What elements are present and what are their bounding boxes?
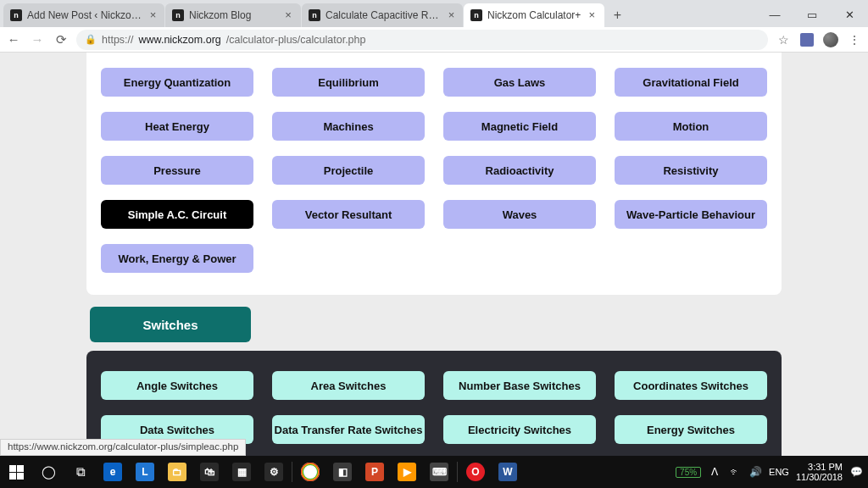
physics-button[interactable]: Waves: [443, 200, 596, 229]
network-icon[interactable]: ᯤ: [728, 466, 742, 478]
clock-time: 3:31 PM: [808, 462, 843, 472]
taskbar-app[interactable]: L: [129, 456, 161, 488]
taskbar-app-explorer[interactable]: 🗀: [161, 456, 193, 488]
forward-button[interactable]: →: [29, 31, 46, 48]
back-button[interactable]: ←: [5, 31, 22, 48]
taskbar-divider: [457, 462, 458, 482]
physics-section: Energy QuantizationEquilibriumGas LawsGr…: [86, 53, 782, 295]
address-bar[interactable]: 🔒 https://www.nickzom.org/calculator-plu…: [76, 30, 768, 50]
windows-taskbar: ◯ ⧉ e L 🗀 🛍 ▦ ⚙ ◧ P ▶ ⌨ O W 75% ᐱ ᯤ 🔊 EN…: [0, 456, 868, 488]
switch-button[interactable]: Electricity Switches: [443, 415, 596, 444]
lock-icon: 🔒: [85, 34, 97, 45]
taskbar-app-calculator[interactable]: ▦: [225, 456, 258, 488]
taskbar-app-store[interactable]: 🛍: [193, 456, 225, 488]
browser-toolbar: ← → ⟳ 🔒 https://www.nickzom.org/calculat…: [0, 27, 868, 53]
new-tab-button[interactable]: +: [605, 3, 629, 27]
physics-button[interactable]: Gas Laws: [443, 68, 596, 97]
switch-button[interactable]: Angle Switches: [101, 371, 253, 400]
clock[interactable]: 3:31 PM 11/30/2018: [796, 462, 843, 482]
taskbar-app-chrome[interactable]: [294, 456, 326, 488]
browser-menu-button[interactable]: ⋮: [846, 31, 863, 48]
physics-button-grid: Energy QuantizationEquilibriumGas LawsGr…: [86, 61, 782, 273]
close-icon[interactable]: ×: [447, 9, 456, 21]
favicon-icon: n: [172, 9, 184, 21]
url-path: /calculator-plus/calculator.php: [226, 34, 366, 46]
physics-button[interactable]: Simple A.C. Circuit: [101, 200, 253, 229]
close-icon[interactable]: ×: [586, 9, 598, 21]
action-center-icon[interactable]: 💬: [849, 466, 863, 478]
switch-button[interactable]: Data Transfer Rate Switches: [272, 415, 425, 444]
close-icon[interactable]: ×: [282, 9, 294, 21]
close-icon[interactable]: ×: [148, 9, 158, 21]
physics-button[interactable]: Wave-Particle Behaviour: [615, 200, 767, 229]
volume-icon[interactable]: 🔊: [748, 466, 762, 478]
favicon-icon: n: [309, 9, 320, 21]
close-window-button[interactable]: ✕: [831, 2, 868, 27]
status-bar: https://www.nickzom.org/calculator-plus/…: [0, 439, 246, 456]
reload-button[interactable]: ⟳: [53, 31, 70, 48]
extension-icon[interactable]: [798, 31, 815, 48]
tab-title: Nickzom Blog: [189, 9, 277, 21]
tab-title: Add New Post ‹ Nickzom Blog —: [27, 9, 143, 21]
profile-avatar[interactable]: [822, 31, 839, 48]
system-tray: 75% ᐱ ᯤ 🔊 ENG 3:31 PM 11/30/2018 💬: [676, 456, 868, 488]
browser-tab[interactable]: n Add New Post ‹ Nickzom Blog — ×: [3, 3, 164, 27]
taskbar-app[interactable]: ▶: [391, 456, 423, 488]
physics-button[interactable]: Work, Energy & Power: [101, 244, 253, 273]
switch-button[interactable]: Energy Switches: [615, 415, 767, 444]
bookmark-star-icon[interactable]: ☆: [775, 31, 792, 48]
task-view-icon[interactable]: ⧉: [64, 456, 97, 488]
tab-title: Nickzom Calculator+: [487, 9, 581, 21]
page-viewport: Energy QuantizationEquilibriumGas LawsGr…: [0, 53, 868, 456]
browser-tab-active[interactable]: n Nickzom Calculator+ ×: [464, 3, 604, 27]
start-button[interactable]: [0, 456, 32, 488]
taskbar-app-settings[interactable]: ⚙: [258, 456, 290, 488]
minimize-button[interactable]: —: [756, 2, 793, 27]
switch-button[interactable]: Coordinates Switches: [615, 371, 767, 400]
physics-button[interactable]: Energy Quantization: [101, 68, 253, 97]
window-controls: — ▭ ✕: [756, 2, 868, 27]
taskbar-app[interactable]: ◧: [326, 456, 359, 488]
physics-button[interactable]: Machines: [272, 112, 425, 141]
taskbar-app-powerpoint[interactable]: P: [359, 456, 391, 488]
physics-button[interactable]: Radioactivity: [443, 156, 596, 185]
clock-date: 11/30/2018: [796, 472, 843, 482]
browser-tabs: n Add New Post ‹ Nickzom Blog — × n Nick…: [0, 0, 629, 27]
cortana-search-icon[interactable]: ◯: [32, 456, 64, 488]
taskbar-app[interactable]: ⌨: [423, 456, 455, 488]
maximize-button[interactable]: ▭: [793, 2, 831, 27]
language-indicator[interactable]: ENG: [769, 467, 789, 477]
physics-button[interactable]: Projectile: [272, 156, 425, 185]
physics-button[interactable]: Vector Resultant: [272, 200, 425, 229]
switch-button[interactable]: Area Switches: [272, 371, 425, 400]
browser-tab[interactable]: n Calculate Capacitive Reactance | ×: [302, 3, 463, 27]
url-host: www.nickzom.org: [139, 34, 221, 46]
physics-button[interactable]: Pressure: [101, 156, 253, 185]
tab-title: Calculate Capacitive Reactance |: [326, 9, 442, 21]
tray-chevron-up-icon[interactable]: ᐱ: [708, 466, 721, 478]
favicon-icon: n: [470, 9, 482, 21]
physics-button[interactable]: Heat Energy: [101, 112, 253, 141]
physics-button[interactable]: Resistivity: [615, 156, 767, 185]
browser-tab[interactable]: n Nickzom Blog ×: [165, 3, 301, 27]
physics-button[interactable]: Motion: [615, 112, 767, 141]
taskbar-app-word[interactable]: W: [492, 456, 524, 488]
taskbar-divider: [292, 462, 292, 482]
favicon-icon: n: [10, 9, 22, 21]
physics-button[interactable]: Gravitational Field: [615, 68, 767, 97]
switch-button[interactable]: Number Base Switches: [443, 371, 596, 400]
physics-button[interactable]: Equilibrium: [272, 68, 425, 97]
url-scheme: https://: [102, 34, 134, 46]
switches-header-wrap: Switches: [86, 295, 782, 342]
switches-header: Switches: [90, 307, 251, 342]
taskbar-app-opera[interactable]: O: [459, 456, 492, 488]
browser-titlebar: n Add New Post ‹ Nickzom Blog — × n Nick…: [0, 0, 868, 27]
page-content: Energy QuantizationEquilibriumGas LawsGr…: [86, 53, 782, 456]
taskbar-app-edge[interactable]: e: [97, 456, 129, 488]
physics-button[interactable]: Magnetic Field: [443, 112, 596, 141]
battery-status[interactable]: 75%: [676, 467, 701, 478]
